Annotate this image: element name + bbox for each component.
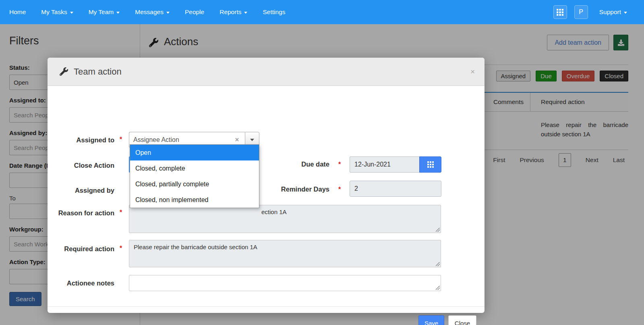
nav-right-group: P Support xyxy=(553,5,644,19)
nav-label: Settings xyxy=(263,8,285,16)
profile-button[interactable]: P xyxy=(574,5,588,19)
close-button[interactable]: Close xyxy=(448,315,476,325)
close-icon[interactable]: × xyxy=(470,68,475,75)
calendar-grid-icon xyxy=(427,161,434,168)
caret-down-icon xyxy=(70,12,73,14)
profile-initial: P xyxy=(579,8,583,16)
due-date-field-label: Due date xyxy=(273,160,329,168)
save-button[interactable]: Save xyxy=(418,315,444,325)
due-date-value: 12-Jun-2021 xyxy=(354,161,391,168)
reminder-days-field-label: Reminder Days xyxy=(273,185,329,193)
reminder-days-value: 2 xyxy=(354,185,358,192)
required-asterisk: * xyxy=(338,161,341,168)
reason-for-action-field-label: Reason for action xyxy=(48,208,114,218)
grid-icon xyxy=(557,9,563,16)
dropdown-option-closed-non-implemented[interactable]: Closed, non implemented xyxy=(130,192,259,208)
nav-item-support[interactable]: Support xyxy=(595,8,631,16)
modal-title: Team action xyxy=(60,67,122,77)
required-asterisk: * xyxy=(120,209,122,216)
due-date-input[interactable]: 12-Jun-2021 xyxy=(350,156,419,173)
required-asterisk: * xyxy=(120,245,122,252)
modal-body: Assigned to * Assignee Action ✕ Close Ac… xyxy=(48,86,485,313)
reminder-days-input[interactable]: 2 xyxy=(350,181,441,197)
nav-label: Reports xyxy=(219,8,241,16)
required-action-textarea[interactable]: Please repair the barricade outside sect… xyxy=(129,240,441,267)
nav-label: My Tasks xyxy=(41,8,67,16)
nav-item-home[interactable]: Home xyxy=(2,0,33,24)
nav-menu: Home My Tasks My Team Messages People Re… xyxy=(0,0,293,24)
app-screen: Home My Tasks My Team Messages People Re… xyxy=(0,0,644,325)
wrench-icon xyxy=(60,67,68,76)
actionee-notes-field-label: Actionee notes xyxy=(48,278,114,288)
clear-icon[interactable]: ✕ xyxy=(233,136,241,144)
assigned-to-field-label: Assigned to xyxy=(48,135,114,145)
assigned-by-field-label: Assigned by xyxy=(48,185,114,195)
caret-down-icon xyxy=(166,12,170,14)
close-action-field-label: Close Action xyxy=(48,160,114,170)
nav-label: Support xyxy=(599,8,621,16)
close-action-dropdown: Open Closed, complete Closed, partially … xyxy=(130,144,259,208)
dropdown-option-closed-partially-complete[interactable]: Closed, partially complete xyxy=(130,176,259,192)
modal-title-text: Team action xyxy=(74,67,122,77)
caret-down-icon xyxy=(624,12,627,14)
assignee-name: Assignee Action xyxy=(133,136,179,144)
team-action-modal: Team action × Assigned to * Assignee Act… xyxy=(48,58,485,313)
caret-down-icon xyxy=(250,139,254,141)
modal-header: Team action × xyxy=(48,58,485,86)
required-action-field-label: Required action xyxy=(48,244,114,254)
reason-visible-text: ection 1A xyxy=(261,208,287,215)
nav-label: Messages xyxy=(135,8,164,16)
nav-label: My Team xyxy=(89,8,114,16)
required-asterisk: * xyxy=(338,186,341,193)
nav-item-my-team[interactable]: My Team xyxy=(81,0,128,24)
required-asterisk: * xyxy=(120,136,122,143)
nav-item-people[interactable]: People xyxy=(177,0,212,24)
dropdown-option-closed-complete[interactable]: Closed, complete xyxy=(130,160,259,176)
nav-label: People xyxy=(185,8,204,16)
caret-down-icon xyxy=(116,12,120,14)
modal-footer-divider xyxy=(48,306,485,307)
calendar-button[interactable] xyxy=(419,156,441,173)
nav-item-messages[interactable]: Messages xyxy=(127,0,177,24)
nav-item-my-tasks[interactable]: My Tasks xyxy=(33,0,81,24)
nav-label: Home xyxy=(9,8,26,16)
nav-item-reports[interactable]: Reports xyxy=(212,0,255,24)
top-navbar: Home My Tasks My Team Messages People Re… xyxy=(0,0,644,24)
apps-grid-button[interactable] xyxy=(553,5,567,19)
dropdown-option-open[interactable]: Open xyxy=(130,145,259,160)
actionee-notes-textarea[interactable] xyxy=(129,275,441,291)
nav-item-settings[interactable]: Settings xyxy=(255,0,293,24)
caret-down-icon xyxy=(244,12,247,14)
reason-for-action-textarea[interactable]: ection 1A xyxy=(129,205,441,233)
